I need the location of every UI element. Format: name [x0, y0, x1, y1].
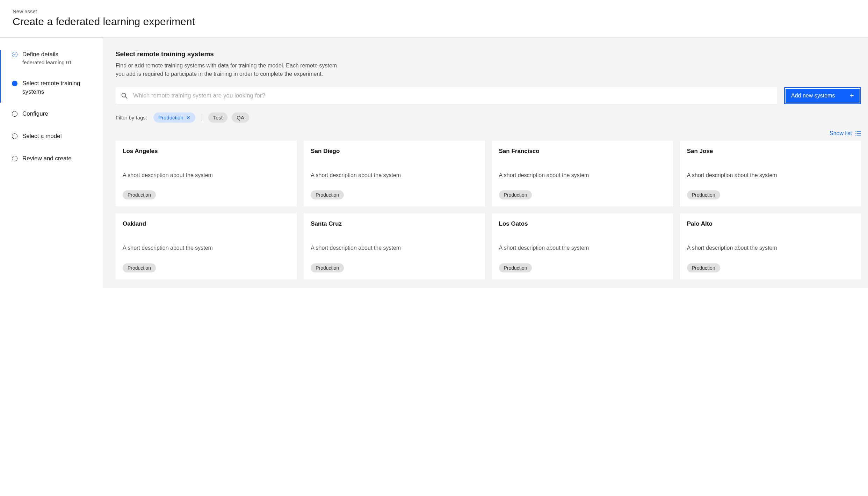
- card-tag: Production: [499, 263, 532, 272]
- step-label: Review and create: [22, 154, 72, 163]
- show-list-link[interactable]: Show list: [830, 130, 861, 137]
- filter-tag-qa[interactable]: QA: [232, 112, 249, 123]
- card-description: A short description about the system: [499, 244, 666, 252]
- tag-label: Test: [213, 115, 223, 121]
- card-description: A short description about the system: [499, 172, 666, 179]
- filter-label: Filter by tags:: [116, 115, 147, 121]
- add-button-label: Add new systems: [791, 93, 835, 99]
- step-review-create[interactable]: Review and create: [12, 154, 103, 163]
- section-title: Select remote training systems: [116, 50, 861, 58]
- system-card[interactable]: Los Gatos A short description about the …: [492, 213, 673, 279]
- system-card[interactable]: Palo Alto A short description about the …: [680, 213, 861, 279]
- page-header: New asset Create a federated learning ex…: [0, 0, 868, 38]
- card-description: A short description about the system: [123, 244, 290, 252]
- card-description: A short description about the system: [123, 172, 290, 179]
- step-label: Select a model: [22, 132, 62, 140]
- step-label: Select remote training systems: [22, 79, 103, 96]
- pending-circle-icon: [12, 133, 17, 139]
- step-sublabel: federated learning 01: [22, 59, 72, 65]
- card-description: A short description about the system: [311, 244, 478, 252]
- divider: [202, 114, 202, 121]
- card-tag: Production: [123, 263, 156, 272]
- pending-circle-icon: [12, 156, 17, 161]
- pending-circle-icon: [12, 111, 17, 117]
- step-sidebar: Define details federated learning 01 Sel…: [0, 38, 103, 288]
- step-label: Configure: [22, 110, 48, 118]
- filter-tag-test[interactable]: Test: [208, 112, 228, 123]
- close-icon[interactable]: ✕: [186, 115, 190, 121]
- search-input[interactable]: [133, 92, 772, 99]
- list-icon: [855, 131, 861, 136]
- card-tag: Production: [687, 190, 720, 199]
- svg-point-6: [855, 135, 856, 136]
- breadcrumb: New asset: [13, 8, 855, 14]
- card-tag: Production: [499, 190, 532, 199]
- card-description: A short description about the system: [687, 244, 854, 252]
- filter-tag-production[interactable]: Production ✕: [153, 112, 195, 123]
- card-title: San Diego: [311, 148, 478, 155]
- card-tag: Production: [123, 190, 156, 199]
- system-card[interactable]: San Jose A short description about the s…: [680, 141, 861, 206]
- card-title: San Francisco: [499, 148, 666, 155]
- system-card-grid: Los Angeles A short description about th…: [116, 141, 861, 279]
- step-select-model[interactable]: Select a model: [12, 132, 103, 140]
- card-title: Oakland: [123, 220, 290, 227]
- card-title: San Jose: [687, 148, 854, 155]
- step-label: Define details: [22, 50, 72, 59]
- show-list-label: Show list: [830, 130, 852, 137]
- search-icon: [121, 93, 128, 99]
- card-tag: Production: [687, 263, 720, 272]
- card-tag: Production: [311, 263, 344, 272]
- svg-point-2: [855, 131, 856, 132]
- filter-row: Filter by tags: Production ✕ Test QA: [116, 112, 861, 123]
- svg-point-0: [122, 93, 126, 97]
- page-title: Create a federated learning experiment: [13, 16, 855, 28]
- system-card[interactable]: Los Angeles A short description about th…: [116, 141, 297, 206]
- add-new-systems-button[interactable]: Add new systems +: [784, 87, 861, 104]
- svg-point-4: [855, 133, 856, 134]
- card-description: A short description about the system: [687, 172, 854, 179]
- svg-line-1: [125, 96, 127, 98]
- step-select-remote-systems[interactable]: Select remote training systems: [12, 79, 103, 96]
- system-card[interactable]: Oakland A short description about the sy…: [116, 213, 297, 279]
- card-title: Los Gatos: [499, 220, 666, 227]
- search-field-container[interactable]: [116, 87, 777, 104]
- main-content: Select remote training systems Find or a…: [103, 38, 868, 288]
- card-title: Los Angeles: [123, 148, 290, 155]
- tag-label: Production: [158, 115, 183, 121]
- system-card[interactable]: San Francisco A short description about …: [492, 141, 673, 206]
- active-dot-icon: [12, 81, 17, 86]
- section-description: Find or add remote training systems with…: [116, 61, 339, 78]
- card-title: Santa Cruz: [311, 220, 478, 227]
- system-card[interactable]: Santa Cruz A short description about the…: [304, 213, 485, 279]
- card-description: A short description about the system: [311, 172, 478, 179]
- step-define-details[interactable]: Define details federated learning 01: [12, 50, 103, 65]
- card-tag: Production: [311, 190, 344, 199]
- checkmark-icon: [12, 52, 17, 57]
- card-title: Palo Alto: [687, 220, 854, 227]
- plus-icon: +: [849, 91, 854, 100]
- tag-label: QA: [237, 115, 244, 121]
- step-configure[interactable]: Configure: [12, 110, 103, 118]
- system-card[interactable]: San Diego A short description about the …: [304, 141, 485, 206]
